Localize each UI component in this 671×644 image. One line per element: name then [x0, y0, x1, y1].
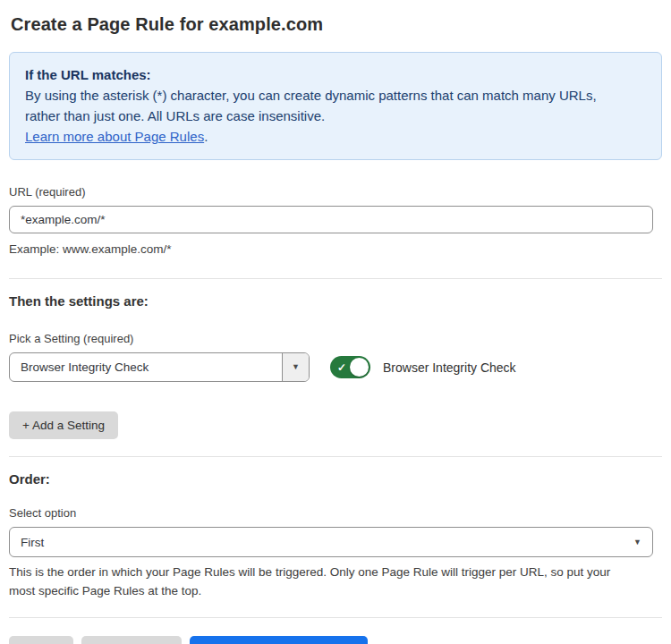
setting-picker-block: Pick a Setting (required) Browser Integr…: [9, 332, 662, 382]
setting-select[interactable]: Browser Integrity Check ▼: [9, 352, 310, 382]
page-rule-form: Create a Page Rule for example.com If th…: [0, 0, 671, 644]
divider: [9, 617, 662, 618]
setting-row: Browser Integrity Check ▼ ✓ Browser Inte…: [9, 352, 662, 382]
order-select-value: First: [21, 536, 633, 549]
settings-section-heading: Then the settings are:: [9, 293, 662, 309]
info-box-heading: If the URL matches:: [25, 64, 646, 85]
order-select-label: Select option: [9, 506, 662, 520]
order-helper-line-1: This is the order in which your Page Rul…: [9, 563, 662, 581]
save-and-deploy-button[interactable]: Save and Deploy Page Rule: [190, 636, 369, 644]
url-field-label: URL (required): [9, 185, 662, 199]
info-box-body-line-1: By using the asterisk (*) character, you…: [25, 85, 646, 106]
divider: [9, 456, 662, 457]
chevron-down-icon: ▼: [292, 363, 300, 371]
setting-select-arrow-button[interactable]: ▼: [282, 353, 309, 381]
check-icon: ✓: [337, 361, 346, 372]
divider: [9, 278, 662, 279]
toggle-label: Browser Integrity Check: [383, 360, 516, 375]
order-helper-line-2: most specific Page Rules at the top.: [9, 581, 662, 600]
chevron-down-icon: ▼: [633, 538, 641, 547]
save-as-draft-button[interactable]: Save as Draft: [81, 636, 182, 644]
order-section-heading: Order:: [9, 471, 662, 487]
setting-toggle-group: ✓ Browser Integrity Check: [330, 356, 516, 378]
order-helper-text: This is the order in which your Page Rul…: [9, 563, 662, 600]
page-title: Create a Page Rule for example.com: [11, 14, 660, 35]
browser-integrity-check-toggle[interactable]: ✓: [330, 356, 370, 378]
info-box-link-line: Learn more about Page Rules.: [25, 126, 646, 147]
cancel-button[interactable]: Cancel: [9, 636, 73, 644]
setting-select-value: Browser Integrity Check: [10, 353, 282, 381]
order-select-block: Select option First ▼ This is the order …: [9, 506, 662, 600]
learn-more-link[interactable]: Learn more about Page Rules: [25, 129, 204, 144]
order-select[interactable]: First ▼: [9, 527, 653, 557]
url-match-info-box: If the URL matches: By using the asteris…: [9, 52, 662, 160]
footer-button-row: Cancel Save as Draft Save and Deploy Pag…: [9, 636, 662, 644]
link-suffix-period: .: [204, 129, 208, 144]
url-input[interactable]: [9, 206, 653, 233]
info-box-body-line-2: rather than just one. All URLs are case …: [25, 106, 646, 126]
add-setting-button[interactable]: + Add a Setting: [9, 411, 118, 439]
url-field-block: URL (required) Example: www.example.com/…: [9, 185, 662, 258]
url-example-helper: Example: www.example.com/*: [9, 241, 662, 258]
toggle-knob: [350, 358, 369, 377]
setting-picker-label: Pick a Setting (required): [9, 332, 662, 345]
